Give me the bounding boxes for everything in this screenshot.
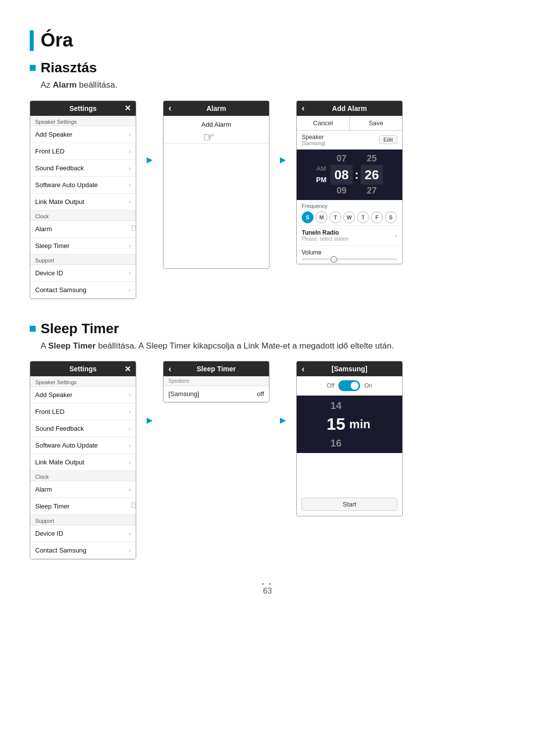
volume-slider[interactable] [302,258,397,260]
s2-panel1-title: Settings [69,365,97,373]
time-separator: : [354,163,360,187]
toggle-row: Off On [297,376,402,396]
frequency-row: Frequency S M T W T F S [297,200,402,226]
toggle-switch[interactable] [338,380,360,391]
freq-btn-m[interactable]: M [316,211,327,223]
freq-btn-t2[interactable]: T [357,211,369,223]
settings-item-device-id[interactable]: Device ID› [30,265,136,282]
section1-title-row: Riasztás [30,60,505,76]
chevron-icon: › [129,131,131,138]
s2-item-device-id[interactable]: Device ID› [30,525,136,542]
section1-panel1: Settings ✕ Speaker Settings Add Speaker›… [30,101,136,299]
speaker-label: Speaker [302,134,325,141]
add-alarm-actions: Cancel Save [297,116,402,131]
s2-group2-label: Clock [30,471,136,481]
hour-active: 08 [330,165,353,185]
s2-item-software-update[interactable]: Software Auto Update› [30,437,136,454]
title-bar-accent [30,30,34,51]
s2-panel1-close-icon[interactable]: ✕ [124,364,131,374]
min-picker: 14 15 16 min [297,396,402,453]
page-number: 63 [30,587,505,596]
empty-space [297,453,402,493]
volume-slider-thumb[interactable] [330,256,337,263]
chevron-icon: › [129,286,131,294]
section1-panel3: ‹ Add Alarm Cancel Save Speaker [Samsung… [296,101,403,265]
page-title-section: Óra [30,30,505,51]
s2-item-link-mate[interactable]: Link Mate Output› [30,454,136,471]
freq-btn-s2[interactable]: S [385,211,397,223]
arrow-dots-icon4 [279,415,287,425]
settings-item-sleep-timer[interactable]: Sleep Timer› [30,238,136,254]
speakers-label: Speakers [163,376,269,386]
s2-item-front-led[interactable]: Front LED› [30,403,136,420]
edit-btn[interactable]: Edit [379,135,397,144]
cancel-btn[interactable]: Cancel [297,116,350,130]
chevron-icon: › [129,530,131,537]
tunein-chevron-icon: › [395,232,397,240]
s2-panel2-title: Sleep Timer [197,365,236,373]
s2-group3-label: Support [30,515,136,525]
min-top: 14 [330,399,341,412]
add-alarm-label: Add Alarm [202,121,231,128]
chevron-icon: › [129,486,131,493]
s2-panel3-title: [Samsung] [331,365,367,373]
chevron-icon: › [129,391,131,399]
section2-desc-suffix: beállítása. A Sleep Timer kikapcsolja a … [96,341,394,351]
ampm-col: AM PM [316,164,326,185]
s2-panel2-header: ‹ Sleep Timer [163,361,269,376]
finger-tap-sleep-icon: ☞ [131,499,136,512]
freq-btn-t1[interactable]: T [329,211,341,223]
chevron-icon: › [129,148,131,155]
arrow-dots-icon [146,155,154,164]
tunein-row[interactable]: TuneIn Radio Please, select station › [297,226,402,246]
hour-col: 07 08 09 [330,152,353,198]
section1-desc-bold: Alarm [53,80,77,90]
settings-item-software-auto-update[interactable]: Software Auto Update› [30,177,136,194]
s2-panel3-header: ‹ [Samsung] [297,361,402,376]
s2-panel3-back-icon[interactable]: ‹ [302,364,305,374]
chevron-icon: › [129,547,131,554]
panel1-group2-label: Clock [30,210,136,221]
section1-desc-normal: Az [41,80,53,90]
toggle-off-label: Off [327,382,335,389]
arrow-dots-icon2 [279,155,287,164]
s2-group1-label: Speaker Settings [30,376,136,387]
panel3-back-icon[interactable]: ‹ [302,103,305,113]
tunein-sub: Please, select station [302,236,349,242]
section2-panel2: ‹ Sleep Timer Speakers [Samsung] off [163,361,269,403]
add-alarm-button[interactable]: Add Alarm ☞ [163,116,269,144]
save-btn[interactable]: Save [350,116,402,130]
s2-panel2-back-icon[interactable]: ‹ [168,364,171,374]
chevron-icon: › [129,198,131,205]
settings-item-add-speaker[interactable]: Add Speaker› [30,126,136,143]
speaker-sub: [Samsung] [302,141,325,146]
start-btn[interactable]: Start [302,498,397,511]
freq-btn-f[interactable]: F [371,211,383,223]
speaker-row: Speaker [Samsung] Edit [297,131,402,150]
settings-item-link-mate[interactable]: Link Mate Output› [30,194,136,210]
page-dots: • • [30,581,505,587]
min-num-col: 14 15 16 [326,399,345,450]
freq-label: Frequency [302,203,397,209]
samsung-row[interactable]: [Samsung] off [163,386,269,402]
panel1-title: Settings [69,104,97,112]
freq-btn-w[interactable]: W [343,211,355,223]
panel2-header: ‹ Alarm [163,101,269,116]
s2-item-alarm[interactable]: Alarm› [30,481,136,498]
s2-item-add-speaker[interactable]: Add Speaker› [30,387,136,403]
section2-desc-bold: Sleep Timer [48,341,96,351]
settings-item-alarm[interactable]: Alarm ☞ › [30,221,136,238]
freq-btn-s1[interactable]: S [302,211,314,223]
s2-item-sound-feedback[interactable]: Sound Feedback› [30,420,136,437]
section2-desc-prefix: A [41,341,48,351]
section2-panel3: ‹ [Samsung] Off On 14 15 16 min [296,361,403,516]
panel1-close-icon[interactable]: ✕ [124,103,131,113]
settings-item-contact-samsung[interactable]: Contact Samsung› [30,282,136,299]
panel2-back-icon[interactable]: ‹ [168,103,171,113]
s2-item-contact-samsung[interactable]: Contact Samsung› [30,542,136,559]
settings-item-front-led[interactable]: Front LED› [30,143,136,160]
s2-item-sleep-timer[interactable]: Sleep Timer ☞ › [30,498,136,515]
finger-tap-alarm-icon: ☞ [203,130,214,145]
section1-desc-suffix: beállítása. [77,80,117,90]
settings-item-sound-feedback[interactable]: Sound Feedback› [30,160,136,177]
